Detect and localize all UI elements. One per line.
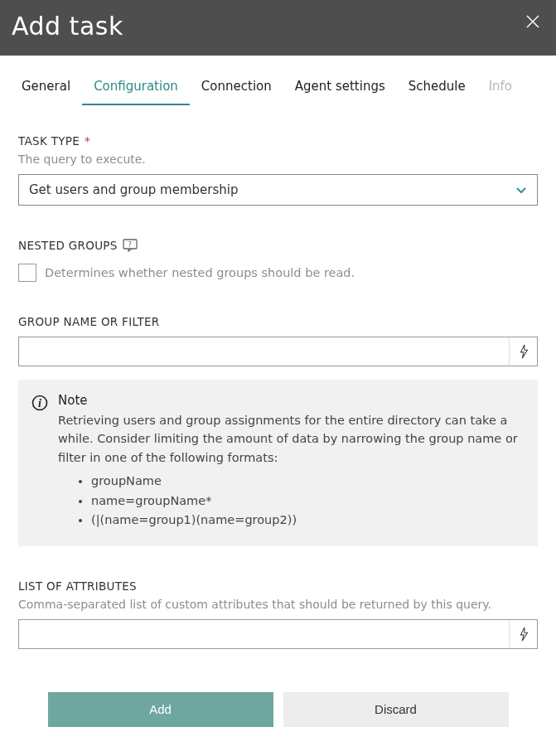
attributes-input-wrap bbox=[18, 619, 538, 649]
tab-info: Info bbox=[477, 70, 524, 105]
tab-configuration[interactable]: Configuration bbox=[82, 70, 190, 105]
tab-bar: General Configuration Connection Agent s… bbox=[0, 70, 556, 106]
nested-groups-description: Determines whether nested groups should … bbox=[45, 266, 355, 279]
lightning-icon bbox=[519, 344, 529, 359]
task-type-label-text: TASK TYPE bbox=[18, 134, 80, 148]
tab-general[interactable]: General bbox=[10, 70, 82, 105]
svg-marker-7 bbox=[520, 628, 527, 641]
nested-groups-checkbox[interactable] bbox=[18, 264, 36, 282]
attributes-field: LIST OF ATTRIBUTES Comma-separated list … bbox=[18, 579, 538, 649]
svg-text:i: i bbox=[38, 397, 41, 410]
group-filter-input-wrap bbox=[18, 337, 538, 366]
attributes-label: LIST OF ATTRIBUTES bbox=[18, 579, 538, 593]
task-type-value: Get users and group membership bbox=[29, 182, 239, 197]
note-list: groupName name=groupName* (|(name=group1… bbox=[58, 472, 523, 530]
group-filter-enrich-button[interactable] bbox=[509, 337, 537, 366]
task-type-label: TASK TYPE * bbox=[18, 134, 538, 148]
group-filter-input[interactable] bbox=[19, 337, 509, 366]
chevron-down-icon bbox=[515, 184, 527, 196]
nested-groups-label-text: NESTED GROUPS bbox=[18, 239, 118, 252]
tab-schedule[interactable]: Schedule bbox=[397, 70, 477, 105]
form-content: TASK TYPE * The query to execute. Get us… bbox=[0, 106, 556, 666]
svg-text:?: ? bbox=[128, 240, 132, 249]
task-type-select[interactable]: Get users and group membership bbox=[18, 174, 538, 206]
note-item: name=groupName* bbox=[91, 492, 523, 511]
task-type-field: TASK TYPE * The query to execute. Get us… bbox=[18, 134, 538, 206]
add-button[interactable]: Add bbox=[48, 692, 273, 727]
svg-marker-4 bbox=[520, 345, 527, 358]
attributes-description: Comma-separated list of custom attribute… bbox=[18, 598, 538, 611]
note-item: groupName bbox=[91, 472, 523, 491]
close-icon[interactable] bbox=[526, 15, 539, 28]
tab-agent-settings[interactable]: Agent settings bbox=[283, 70, 397, 105]
task-type-description: The query to execute. bbox=[18, 153, 538, 166]
attributes-enrich-button[interactable] bbox=[509, 620, 537, 648]
note-title: Note bbox=[58, 393, 523, 408]
required-mark: * bbox=[85, 134, 90, 148]
note-body: Retrieving users and group assignments f… bbox=[58, 411, 523, 467]
info-icon: i bbox=[31, 395, 48, 411]
tab-connection[interactable]: Connection bbox=[190, 70, 283, 105]
attributes-input[interactable] bbox=[19, 620, 509, 648]
group-filter-label: GROUP NAME OR FILTER bbox=[18, 315, 538, 328]
note-content: Note Retrieving users and group assignme… bbox=[58, 393, 523, 530]
dialog-footer: Add Discard bbox=[0, 666, 556, 740]
dialog-title: Add task bbox=[12, 12, 123, 41]
lightning-icon bbox=[519, 627, 529, 642]
help-icon[interactable]: ? bbox=[123, 239, 138, 252]
nested-groups-label: NESTED GROUPS ? bbox=[18, 239, 538, 252]
nested-groups-field: NESTED GROUPS ? Determines whether neste… bbox=[18, 239, 538, 282]
note-item: (|(name=group1)(name=group2)) bbox=[91, 511, 523, 530]
nested-groups-row: Determines whether nested groups should … bbox=[18, 264, 538, 282]
note-box: i Note Retrieving users and group assign… bbox=[18, 380, 538, 546]
group-filter-field: GROUP NAME OR FILTER i Note Retrieving u… bbox=[18, 315, 538, 546]
dialog-header: Add task bbox=[0, 0, 556, 56]
discard-button[interactable]: Discard bbox=[283, 692, 509, 727]
